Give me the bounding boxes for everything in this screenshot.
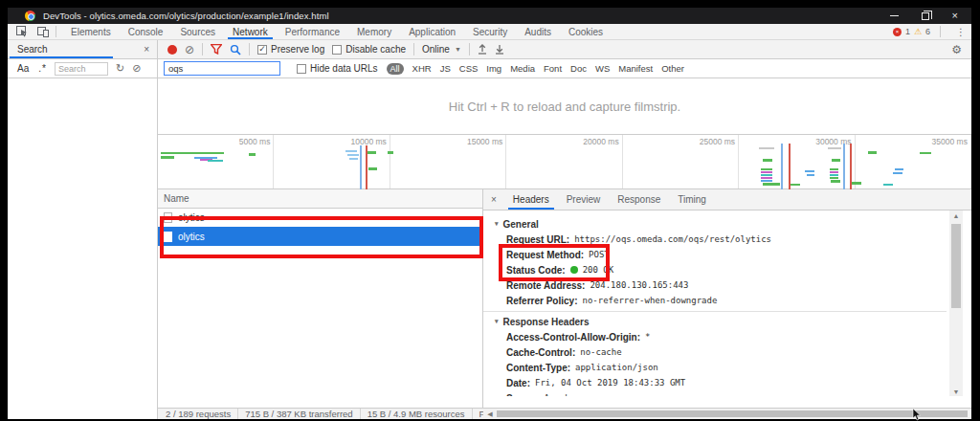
close-details-icon[interactable]: × bbox=[483, 189, 504, 210]
gear-icon[interactable]: ⚙ bbox=[951, 43, 962, 56]
timeline-segment: 35000 ms bbox=[856, 135, 971, 188]
mouse-cursor bbox=[912, 409, 922, 421]
filter-pill-manifest[interactable]: Manifest bbox=[618, 63, 653, 74]
filter-pill-media[interactable]: Media bbox=[510, 63, 535, 74]
tab-elements[interactable]: Elements bbox=[62, 24, 120, 39]
timeline-tick: 5000 ms bbox=[239, 137, 271, 146]
tab-sources[interactable]: Sources bbox=[171, 24, 224, 39]
filter-pill-all[interactable]: All bbox=[387, 63, 404, 75]
throttling-dropdown[interactable]: Online ▼ bbox=[422, 44, 461, 55]
search-input[interactable] bbox=[55, 62, 108, 76]
filter-pill-font[interactable]: Font bbox=[544, 63, 562, 74]
request-table: Name olytics olytics bbox=[158, 189, 483, 408]
hide-data-urls-checkbox[interactable]: Hide data URLs bbox=[297, 63, 378, 74]
scrollbar-thumb[interactable] bbox=[497, 410, 968, 417]
timeline-segment: 25000 ms bbox=[623, 135, 739, 188]
warning-icon[interactable]: ⚠ bbox=[914, 28, 922, 36]
response-headers-section-header[interactable]: ▾ Response Headers bbox=[495, 314, 947, 329]
tab-preview[interactable]: Preview bbox=[558, 189, 610, 210]
checkbox-unchecked-icon[interactable] bbox=[297, 64, 306, 74]
tab-application[interactable]: Application bbox=[400, 24, 464, 39]
preserve-log-checkbox[interactable]: ✓ Preserve log bbox=[257, 44, 324, 55]
scroll-down-icon[interactable]: ▼ bbox=[949, 387, 963, 396]
device-toolbar-icon[interactable] bbox=[36, 26, 50, 37]
filter-pill-other[interactable]: Other bbox=[661, 63, 684, 74]
request-row-selected[interactable]: olytics bbox=[158, 227, 482, 246]
filter-pill-js[interactable]: JS bbox=[440, 63, 451, 74]
filter-row: Aa .* ↻ ⊘ Hide data URLs All XHR JS CSS … bbox=[8, 59, 971, 78]
network-status-bar: 2 / 189 requests 715 B / 387 KB transfer… bbox=[158, 409, 483, 419]
error-badge-icon[interactable]: × bbox=[893, 28, 902, 36]
tab-audits[interactable]: Audits bbox=[516, 24, 560, 39]
resources-size: 15 B / 4.9 MB resources bbox=[361, 409, 473, 419]
checkbox-checked-icon[interactable]: ✓ bbox=[257, 45, 267, 55]
inspect-element-icon[interactable] bbox=[15, 26, 29, 37]
checkbox-unchecked-icon[interactable] bbox=[332, 45, 342, 55]
tab-security[interactable]: Security bbox=[464, 24, 516, 39]
tab-headers[interactable]: Headers bbox=[504, 189, 558, 210]
filter-pill-ws[interactable]: WS bbox=[595, 63, 610, 74]
scroll-up-icon[interactable]: ▲ bbox=[949, 210, 963, 220]
collapse-triangle-icon: ▾ bbox=[495, 220, 499, 228]
tab-memory[interactable]: Memory bbox=[348, 24, 400, 39]
request-details-pane: × Headers Preview Response Timing ▾ Gene… bbox=[483, 189, 971, 408]
timeline-segment: 5000 ms bbox=[158, 135, 274, 188]
clear-search-icon[interactable]: ⊘ bbox=[132, 62, 141, 75]
network-filter-input[interactable] bbox=[164, 61, 280, 76]
match-case-button[interactable]: Aa bbox=[17, 63, 29, 74]
filter-pill-doc[interactable]: Doc bbox=[570, 63, 587, 74]
timeline-tick: 35000 ms bbox=[932, 137, 968, 146]
tab-timing[interactable]: Timing bbox=[669, 189, 715, 210]
header-field-status: Status Code: 200 OK bbox=[495, 262, 947, 277]
panel-tabs: Elements Console Sources Network Perform… bbox=[62, 24, 612, 39]
record-button[interactable] bbox=[167, 45, 177, 55]
filter-pill-css[interactable]: CSS bbox=[459, 63, 479, 74]
maximize-button[interactable] bbox=[922, 12, 929, 20]
filter-pill-img[interactable]: Img bbox=[486, 63, 501, 74]
requests-count: 2 / 189 requests bbox=[158, 409, 238, 419]
tab-response[interactable]: Response bbox=[609, 189, 669, 210]
refresh-icon[interactable]: ↻ bbox=[116, 62, 124, 75]
network-filter-bar: Hide data URLs All XHR JS CSS Img Media … bbox=[158, 59, 971, 78]
scroll-left-icon[interactable]: ◀ bbox=[485, 409, 495, 419]
filter-pill-xhr[interactable]: XHR bbox=[412, 63, 432, 74]
timeline-segment: 10000 ms bbox=[274, 135, 390, 188]
scrollbar-thumb[interactable] bbox=[951, 224, 961, 308]
minimize-button[interactable] bbox=[890, 15, 899, 16]
timeline-tick: 10000 ms bbox=[351, 137, 387, 146]
header-field: Access-Control-Allow-Origin: * bbox=[495, 329, 947, 344]
active-tab-underline bbox=[10, 56, 113, 58]
import-har-icon[interactable] bbox=[478, 44, 487, 55]
toolbar-row: Search × ⊘ ✓ Preserve log Disable cache … bbox=[8, 40, 971, 59]
tab-network[interactable]: Network bbox=[224, 24, 277, 39]
request-row[interactable]: olytics bbox=[158, 209, 482, 227]
search-icon[interactable] bbox=[230, 44, 241, 55]
name-column-header[interactable]: Name bbox=[158, 189, 482, 209]
header-field: Server: Apache bbox=[495, 390, 947, 396]
close-search-panel-button[interactable]: × bbox=[144, 44, 149, 55]
tab-cookies[interactable]: Cookies bbox=[560, 24, 612, 39]
filter-icon[interactable] bbox=[211, 44, 222, 55]
tab-performance[interactable]: Performance bbox=[277, 24, 348, 39]
timeline-segment: 30000 ms bbox=[739, 135, 855, 188]
network-toolbar: ⊘ ✓ Preserve log Disable cache Online ▼ … bbox=[158, 40, 971, 58]
devtools-tab-bar: Elements Console Sources Network Perform… bbox=[8, 24, 971, 40]
vertical-scrollbar[interactable]: ▲ ▼ bbox=[949, 210, 963, 396]
collapse-triangle-icon: ▾ bbox=[495, 318, 499, 325]
more-options-icon[interactable]: ⋮ bbox=[956, 27, 966, 37]
timeline-tick: 25000 ms bbox=[700, 137, 735, 146]
title-bar: DevTools - olytics.omeda.com/olytics/pro… bbox=[8, 8, 971, 24]
disable-cache-checkbox[interactable]: Disable cache bbox=[332, 44, 406, 55]
finish-time: Finish bbox=[473, 409, 483, 419]
general-section-header[interactable]: ▾ General bbox=[495, 216, 947, 232]
divider bbox=[413, 43, 414, 55]
regex-button[interactable]: .* bbox=[38, 63, 47, 74]
transferred-size: 715 B / 387 KB transferred bbox=[238, 409, 360, 419]
chrome-logo-icon bbox=[25, 11, 35, 21]
close-window-button[interactable]: × bbox=[952, 11, 958, 20]
horizontal-scrollbar[interactable]: ◀ bbox=[483, 409, 971, 419]
tab-console[interactable]: Console bbox=[120, 24, 172, 39]
clear-requests-icon[interactable]: ⊘ bbox=[185, 44, 194, 55]
timeline-overview[interactable]: 5000 ms 10000 ms 15000 ms 20000 ms 25000… bbox=[158, 134, 971, 189]
export-har-icon[interactable] bbox=[495, 44, 504, 55]
